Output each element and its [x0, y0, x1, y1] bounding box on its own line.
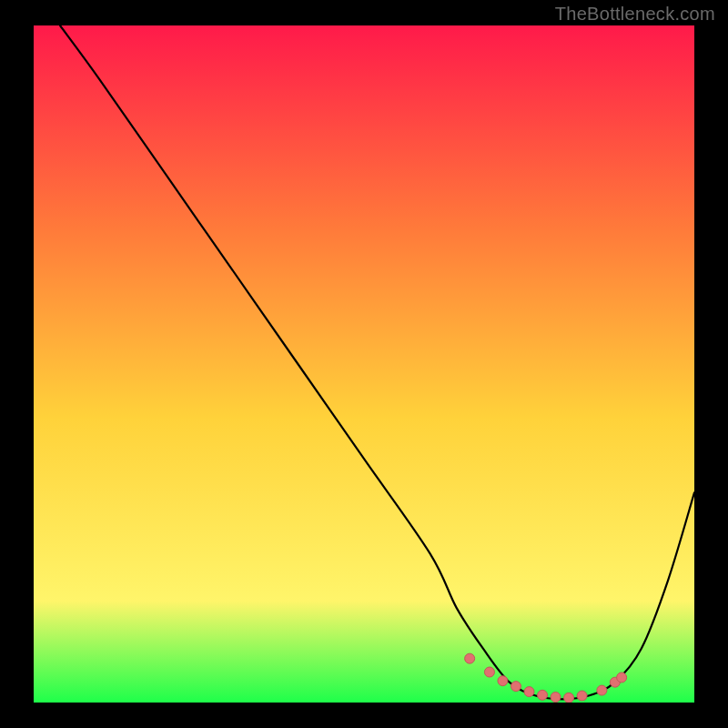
- highlight-marker: [551, 693, 561, 703]
- highlight-marker: [498, 676, 508, 686]
- highlight-marker: [524, 687, 534, 697]
- highlight-marker: [577, 691, 587, 701]
- highlight-marker: [564, 693, 574, 703]
- chart-svg: [34, 25, 694, 703]
- highlight-marker: [484, 667, 494, 677]
- highlight-marker: [597, 685, 607, 695]
- highlight-marker: [617, 672, 627, 682]
- plot-area: [34, 25, 694, 703]
- highlight-marker: [465, 653, 475, 663]
- highlight-marker: [538, 690, 548, 700]
- chart-frame: TheBottleneck.com: [0, 0, 728, 728]
- highlight-marker: [511, 682, 521, 692]
- watermark-label: TheBottleneck.com: [555, 4, 715, 25]
